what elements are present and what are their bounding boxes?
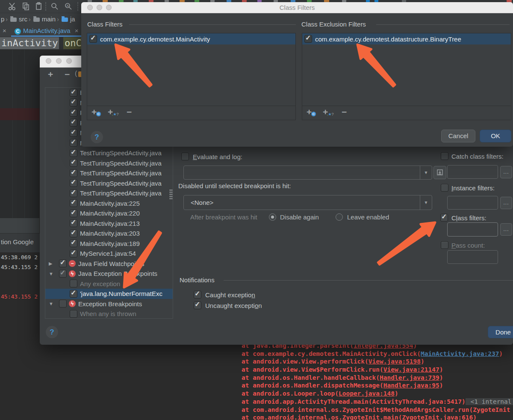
tree-row[interactable]: 'java.lang.NumberFormatExc [45,289,173,299]
leave-enabled-label[interactable]: Leave enabled [347,213,389,221]
tree-row[interactable]: ▼ϟException Breakpoints [45,299,173,309]
minimize-window-icon[interactable] [97,5,102,10]
add-class-icon[interactable]: C [307,107,319,119]
breadcrumb-item[interactable]: main [42,15,56,23]
remove-filter-icon[interactable] [342,107,354,119]
tree-row[interactable]: ▶−Java Field Watchpoints [45,259,173,269]
breakpoint-checkbox[interactable] [70,149,77,157]
tree-row[interactable]: ▼ϟJava Exception Breakpoints [45,269,173,279]
catch-class-filters-field[interactable] [447,165,498,179]
catch-class-filters-browse-button[interactable]: ... [500,166,512,178]
instance-filters-field[interactable] [447,196,498,210]
close-tab-icon[interactable] [75,27,79,34]
breakpoint-checkbox[interactable] [70,119,77,127]
collapse-icon[interactable]: ▼ [49,301,59,306]
pass-count-field[interactable] [447,250,498,264]
done-button[interactable]: Done [488,326,513,338]
tree-row[interactable]: MainActivity.java:203 [45,228,173,239]
minimize-window-icon[interactable] [56,58,62,64]
breakpoint-checkbox[interactable] [59,300,67,308]
cut-icon[interactable] [8,2,17,11]
tree-row[interactable]: TestTuringSpeedActivity.java [45,148,173,158]
add-pattern-icon[interactable]: .★? [323,107,336,119]
expand-icon[interactable]: ▶ [49,261,59,266]
breadcrumb-item[interactable]: p [1,15,4,23]
splitter-handle[interactable] [169,189,172,200]
tree-row[interactable]: TestTuringSpeedActivity.java [45,158,173,169]
class-filters-field[interactable] [447,222,498,237]
source-link[interactable]: View.java:21147 [383,366,439,373]
console-tab-header[interactable]: tion Google [0,234,40,252]
combo-dropdown-icon[interactable] [420,195,432,210]
find-icon[interactable] [50,2,59,11]
breakpoint-checkbox[interactable] [59,260,67,267]
source-link[interactable]: Handler.java:739 [380,374,439,381]
filter-checkbox[interactable] [304,35,312,43]
close-icon[interactable] [3,25,6,37]
breakpoint-checkbox[interactable] [70,109,77,117]
breakpoint-checkbox[interactable] [70,199,77,207]
breakpoint-checkbox[interactable] [70,129,77,137]
breakpoint-checkbox[interactable] [70,230,77,237]
breakpoint-checkbox[interactable] [70,99,77,106]
tree-row[interactable]: MainActivity.java:220 [45,208,173,219]
source-link[interactable]: Handler.java:95 [383,382,439,389]
breakpoint-checkbox[interactable] [70,280,77,287]
add-breakpoint-icon[interactable] [48,69,53,80]
tree-row[interactable]: Any exception [45,279,173,289]
disabled-until-combobox[interactable]: <None> [183,195,432,210]
source-link[interactable]: Looper.java:148 [339,390,395,397]
ok-button[interactable]: OK [480,130,511,142]
collapse-icon[interactable]: ▼ [49,271,59,276]
tree-row[interactable]: TestTuringSpeedActivity.java [45,188,173,198]
breakpoint-checkbox[interactable] [59,270,67,278]
evaluate-expression-combobox[interactable] [183,166,432,180]
internal-frames-badge[interactable]: <1 internal [466,398,513,405]
class-filters-titlebar[interactable]: Class Filters [81,2,513,13]
close-window-icon[interactable] [46,58,51,64]
disable-again-label[interactable]: Disable again [280,213,319,221]
class-filters-browse-button[interactable]: ... [500,223,512,236]
help-icon[interactable] [91,131,103,143]
add-pattern-icon[interactable]: .★? [108,107,121,119]
cancel-button[interactable]: Cancel [441,130,475,142]
editor-area[interactable] [0,50,39,218]
breakpoint-checkbox[interactable] [70,89,77,97]
expand-editor-button[interactable] [433,166,446,179]
breadcrumb-item[interactable]: ja [70,15,75,23]
tree-row[interactable]: MainActivity.java:225 [45,198,173,209]
breakpoint-checkbox[interactable] [70,219,77,227]
include-filters-list[interactable]: com.example.cy.demotest.MainActivity C .… [87,33,296,120]
remove-filter-icon[interactable] [127,107,139,119]
evaluate-and-log-checkbox[interactable] [181,153,189,160]
maximize-window-icon[interactable] [66,58,72,64]
leave-enabled-radio[interactable] [336,213,343,221]
breakpoint-checkbox[interactable] [70,250,77,257]
combo-dropdown-icon[interactable] [420,166,432,179]
disable-again-radio[interactable] [269,213,276,221]
uncaught-exception-checkbox[interactable] [194,302,201,309]
exclude-filters-list[interactable]: com.example.cy.demotest.datastructure.Bi… [302,33,511,120]
tab-mainactivity[interactable]: CMainActivity.java [11,25,82,37]
instance-filters-checkbox[interactable] [441,184,448,192]
breadcrumb-item[interactable]: src [19,15,27,23]
add-class-icon[interactable]: C [91,107,104,119]
breakpoint-checkbox[interactable] [70,189,77,197]
remove-breakpoint-icon[interactable] [65,69,70,80]
help-icon[interactable] [46,326,58,338]
source-link[interactable]: View.java:5198 [369,358,421,365]
breakpoint-checkbox[interactable] [70,290,77,298]
breakpoint-checkbox[interactable] [70,159,77,167]
copy-icon[interactable] [21,2,31,11]
tree-row[interactable]: When any is thrown [45,309,173,319]
close-window-icon[interactable] [87,5,93,10]
breakpoint-checkbox[interactable] [70,179,77,187]
breakpoint-checkbox[interactable] [70,240,77,247]
pass-count-checkbox[interactable] [441,241,448,249]
filter-list-item[interactable]: com.example.cy.demotest.datastructure.Bi… [302,33,511,44]
filter-list-item[interactable]: com.example.cy.demotest.MainActivity [87,33,295,44]
breakpoint-checkbox[interactable] [70,169,77,177]
source-link[interactable]: Integer.java:554 [354,345,413,349]
breakpoint-checkbox[interactable] [70,210,77,217]
filter-checkbox[interactable] [89,35,97,43]
